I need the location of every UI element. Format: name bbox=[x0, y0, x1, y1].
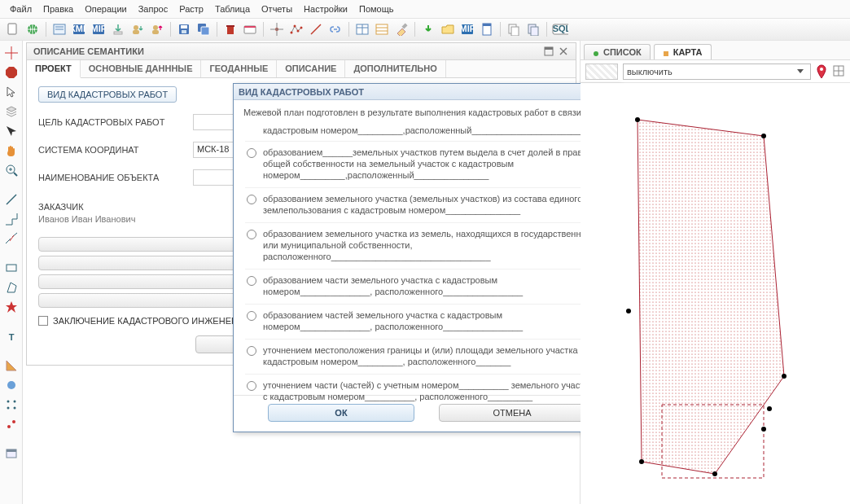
panel-window-icon[interactable] bbox=[543, 46, 554, 57]
map-pin-red-icon[interactable] bbox=[816, 64, 827, 79]
semantics-title-text: ОПИСАНИЕ СЕМАНТИКИ bbox=[33, 46, 144, 56]
list-green-dot-icon bbox=[593, 49, 599, 55]
map-thumb-icon[interactable] bbox=[585, 64, 618, 80]
clear-icon[interactable] bbox=[393, 21, 410, 37]
dialog-option-7[interactable]: уточнением части (частей) с учетным номе… bbox=[245, 375, 597, 409]
menu-item-query[interactable]: Запрос bbox=[135, 2, 171, 15]
layers-icon[interactable] bbox=[4, 104, 19, 119]
copy2-icon[interactable] bbox=[525, 21, 541, 37]
text-icon[interactable]: T bbox=[4, 329, 19, 344]
panel-close-icon[interactable] bbox=[558, 46, 569, 57]
link-icon[interactable] bbox=[327, 21, 344, 37]
save-all-icon[interactable] bbox=[195, 21, 212, 37]
polyline-blue-icon[interactable] bbox=[4, 212, 19, 226]
form-icon[interactable] bbox=[51, 21, 68, 37]
svg-rect-43 bbox=[511, 27, 519, 36]
svg-point-80 bbox=[594, 51, 598, 56]
crosshair-icon[interactable] bbox=[4, 46, 19, 60]
tab-map[interactable]: КАРТА bbox=[654, 44, 712, 59]
dialog-option-1[interactable]: образованием______земельных участков пут… bbox=[245, 142, 597, 188]
dialog-option-2[interactable]: образованием земельного участка (земельн… bbox=[245, 188, 597, 223]
svg-point-27 bbox=[294, 25, 296, 28]
tab-description[interactable]: ОПИСАНИЕ bbox=[277, 60, 345, 77]
two-dots-red-icon[interactable] bbox=[4, 417, 19, 432]
conclusion-checkbox[interactable] bbox=[38, 316, 48, 326]
circle-blue-icon[interactable] bbox=[4, 378, 19, 392]
snap-point-icon[interactable] bbox=[269, 21, 285, 37]
zoom-extents-icon[interactable] bbox=[4, 163, 19, 177]
right-pane: СПИСОК КАРТА выключить bbox=[580, 41, 850, 504]
import-icon[interactable] bbox=[110, 21, 126, 37]
map-tool-icon[interactable] bbox=[832, 64, 845, 79]
table2-icon[interactable] bbox=[374, 21, 390, 37]
pan-hand-icon[interactable] bbox=[4, 143, 19, 158]
polygon-icon[interactable] bbox=[4, 280, 19, 295]
radio-icon[interactable] bbox=[247, 311, 256, 321]
cursor-icon[interactable] bbox=[4, 85, 19, 99]
panel-icon[interactable] bbox=[4, 446, 19, 461]
menu-item-edit[interactable]: Правка bbox=[40, 2, 77, 15]
radio-icon[interactable] bbox=[247, 276, 256, 286]
break-line-icon[interactable] bbox=[4, 231, 19, 246]
radio-icon[interactable] bbox=[247, 230, 256, 239]
mif-blue-icon[interactable]: MIF bbox=[459, 21, 475, 37]
layer-visibility-select[interactable]: выключить bbox=[623, 64, 811, 80]
line-blue-icon[interactable] bbox=[4, 192, 19, 207]
arrow-down-green-icon[interactable] bbox=[420, 21, 436, 37]
map-canvas[interactable] bbox=[581, 83, 850, 504]
menu-item-settings[interactable]: Настройки bbox=[300, 2, 351, 15]
star-icon[interactable] bbox=[4, 300, 19, 314]
delete-icon[interactable] bbox=[222, 21, 239, 37]
stop-icon[interactable] bbox=[4, 65, 19, 80]
table1-icon[interactable] bbox=[354, 21, 370, 37]
menu-item-help[interactable]: Помощь bbox=[356, 2, 397, 15]
svg-marker-82 bbox=[797, 69, 804, 73]
radio-icon[interactable] bbox=[247, 381, 256, 391]
dialog-option-6[interactable]: уточнением местоположения границы и (или… bbox=[245, 340, 597, 375]
svg-rect-41 bbox=[483, 24, 491, 26]
new-doc-icon[interactable] bbox=[5, 21, 21, 37]
doc-blue-icon[interactable] bbox=[479, 21, 495, 37]
copy-icon[interactable] bbox=[506, 21, 522, 37]
label-crs: СИСТЕМА КООРДИНАТ bbox=[38, 145, 185, 155]
line-icon[interactable] bbox=[308, 21, 324, 37]
tab-project[interactable]: ПРОЕКТ bbox=[27, 60, 81, 78]
menu-item-ops[interactable]: Операции bbox=[81, 2, 129, 15]
menu-item-table[interactable]: Таблица bbox=[212, 2, 253, 15]
radio-icon[interactable] bbox=[247, 148, 256, 158]
tab-geodata[interactable]: ГЕОДАННЫЕ bbox=[201, 60, 277, 77]
svg-marker-61 bbox=[6, 301, 17, 313]
mif-export-icon[interactable]: MIF bbox=[90, 21, 107, 37]
dialog-option-5[interactable]: образованием частей земельного участка с… bbox=[245, 305, 597, 340]
user-import-icon[interactable] bbox=[129, 21, 146, 37]
radio-icon[interactable] bbox=[247, 195, 256, 204]
dialog-options-list[interactable]: кадастровым номером_________,расположенн… bbox=[243, 121, 611, 390]
four-dots-icon[interactable] bbox=[4, 397, 19, 412]
triangle-icon[interactable] bbox=[4, 358, 19, 373]
tab-extra[interactable]: ДОПОЛНИТЕЛЬНО bbox=[345, 60, 445, 77]
dialog-option-4[interactable]: образованием части земельного участка с … bbox=[245, 270, 597, 305]
tab-list[interactable]: СПИСОК bbox=[584, 44, 651, 59]
menu-item-file[interactable]: Файл bbox=[7, 2, 35, 15]
svg-point-10 bbox=[134, 25, 138, 30]
menu-item-reports[interactable]: Отчеты bbox=[258, 2, 296, 15]
save-icon[interactable] bbox=[176, 21, 192, 37]
map-orange-dot-icon bbox=[663, 49, 669, 55]
xml-export-icon[interactable]: XML bbox=[71, 21, 87, 37]
open-folder-icon[interactable] bbox=[440, 21, 456, 37]
card-icon[interactable] bbox=[242, 21, 258, 37]
rect-icon[interactable] bbox=[4, 261, 19, 275]
svg-point-92 bbox=[782, 374, 786, 379]
pointer-arrow-icon[interactable] bbox=[4, 124, 19, 138]
dialog-option-3[interactable]: образованием земельного участка из земел… bbox=[245, 223, 597, 270]
globe-icon[interactable] bbox=[24, 21, 41, 37]
cad-works-type-button[interactable]: ВИД КАДАСТРОВЫХ РАБОТ bbox=[38, 86, 177, 103]
cad-works-dialog-titlebar[interactable]: ВИД КАДАСТРОВЫХ РАБОТ bbox=[234, 84, 620, 100]
menu-item-raster[interactable]: Растр bbox=[176, 2, 207, 15]
sql-icon[interactable]: SQL bbox=[552, 21, 568, 37]
dialog-intro-1: Межевой план подготовлен в результате вы… bbox=[243, 107, 611, 118]
user-export-icon[interactable] bbox=[149, 21, 165, 37]
tab-main-data[interactable]: ОСНОВНЫЕ ДАНННЫЕ bbox=[81, 60, 202, 77]
edit-vertices-icon[interactable] bbox=[288, 21, 305, 37]
radio-icon[interactable] bbox=[247, 346, 256, 356]
